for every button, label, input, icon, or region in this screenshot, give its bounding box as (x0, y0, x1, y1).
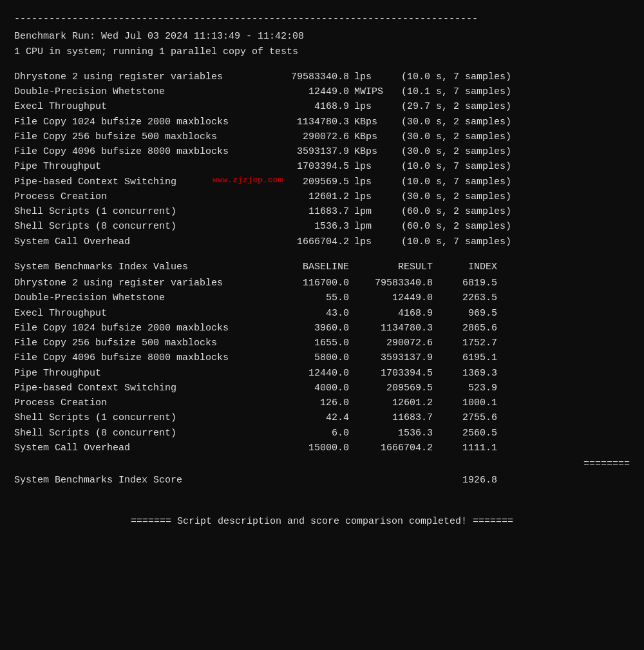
raw-bench-samples: (10.1 s, 7 samples) (401, 84, 511, 99)
equals-divider-row: ======== (14, 457, 630, 472)
index-benchmark-row: System Call Overhead15000.01666704.21111… (14, 441, 630, 455)
index-bench-index: 1000.1 (433, 396, 497, 410)
raw-bench-samples: (10.0 s, 7 samples) (401, 159, 511, 174)
raw-bench-samples: (30.0 s, 2 samples) (401, 144, 511, 159)
index-benchmark-row: File Copy 256 bufsize 500 maxblocks1655.… (14, 336, 630, 350)
raw-bench-label: Shell Scripts (8 concurrent) (14, 219, 272, 234)
index-bench-index: 969.5 (433, 306, 497, 321)
index-section: System Benchmarks Index Values BASELINE … (14, 260, 630, 472)
raw-bench-samples: (60.0 s, 2 samples) (401, 204, 511, 219)
index-benchmark-row: Dhrystone 2 using register variables1167… (14, 276, 630, 291)
raw-bench-unit: lpm (354, 204, 396, 219)
raw-bench-samples: (10.0 s, 7 samples) (401, 70, 511, 84)
index-benchmark-row: File Copy 4096 bufsize 8000 maxblocks580… (14, 350, 630, 365)
index-bench-label: Execl Throughput (14, 306, 272, 321)
index-benchmark-row: Shell Scripts (8 concurrent)6.01536.3256… (14, 426, 630, 441)
index-benchmark-row: Process Creation126.012601.21000.1 (14, 396, 630, 410)
index-benchmark-row: Pipe Throughput12440.01703394.51369.3 (14, 366, 630, 381)
index-bench-result: 209569.5 (349, 381, 433, 396)
index-bench-result: 1703394.5 (349, 366, 433, 381)
index-benchmark-row: Pipe-based Context Switching4000.0209569… (14, 381, 630, 396)
raw-bench-value: 1703394.5 (272, 159, 349, 174)
index-bench-index: 1752.7 (433, 336, 497, 350)
index-bench-label: File Copy 4096 bufsize 8000 maxblocks (14, 350, 272, 365)
index-bench-result: 12601.2 (349, 396, 433, 410)
raw-bench-unit: KBps (354, 115, 396, 129)
raw-benchmark-row: Double-Precision Whetstone12449.0MWIPS(1… (14, 84, 630, 99)
raw-bench-unit: lps (354, 189, 396, 204)
raw-bench-samples: (10.0 s, 7 samples) (401, 175, 511, 189)
raw-bench-value: 290072.6 (272, 129, 349, 144)
raw-benchmark-row: File Copy 256 bufsize 500 maxblocks29007… (14, 129, 630, 144)
index-bench-result: 1666704.2 (349, 441, 433, 455)
raw-bench-unit: lps (354, 175, 396, 189)
raw-bench-label: Double-Precision Whetstone (14, 84, 272, 99)
raw-bench-samples: (10.0 s, 7 samples) (401, 234, 511, 249)
index-bench-label: Pipe Throughput (14, 366, 272, 381)
raw-bench-label: Shell Scripts (1 concurrent) (14, 204, 272, 219)
index-bench-baseline: 116700.0 (272, 276, 349, 291)
raw-bench-unit: lps (354, 159, 396, 174)
index-bench-baseline: 3960.0 (272, 321, 349, 336)
index-bench-baseline: 12440.0 (272, 366, 349, 381)
raw-bench-samples: (29.7 s, 2 samples) (401, 99, 511, 114)
equals-divider: ======== (583, 459, 630, 470)
index-header-label: System Benchmarks Index Values (14, 260, 272, 274)
raw-bench-samples: (30.0 s, 2 samples) (401, 189, 511, 204)
index-bench-index: 6819.5 (433, 276, 497, 291)
index-bench-result: 12449.0 (349, 291, 433, 305)
raw-benchmark-row: Shell Scripts (8 concurrent)1536.3lpm(60… (14, 219, 630, 234)
index-bench-baseline: 6.0 (272, 426, 349, 441)
index-bench-result: 79583340.8 (349, 276, 433, 291)
index-bench-result: 1134780.3 (349, 321, 433, 336)
raw-bench-label: File Copy 4096 bufsize 8000 maxblocks (14, 144, 272, 159)
cpu-line: 1 CPU in system; running 1 parallel copy… (14, 44, 630, 59)
index-bench-baseline: 5800.0 (272, 350, 349, 365)
raw-bench-unit: lps (354, 234, 396, 249)
raw-bench-value: 1134780.3 (272, 115, 349, 129)
raw-benchmark-row: File Copy 1024 bufsize 2000 maxblocks113… (14, 115, 630, 129)
raw-bench-value: 4168.9 (272, 99, 349, 114)
raw-benchmarks-section: Dhrystone 2 using register variables7958… (14, 70, 630, 249)
raw-bench-label: Pipe-based Context Switching (14, 175, 272, 189)
raw-benchmark-row: Process Creation12601.2lps(30.0 s, 2 sam… (14, 189, 630, 204)
index-bench-index: 1111.1 (433, 441, 497, 455)
raw-bench-unit: KBps (354, 129, 396, 144)
score-value: 1926.8 (272, 473, 497, 488)
index-bench-baseline: 42.4 (272, 410, 349, 425)
raw-bench-label: File Copy 256 bufsize 500 maxblocks (14, 129, 272, 144)
raw-bench-label: Dhrystone 2 using register variables (14, 70, 272, 84)
index-header-index: INDEX (433, 260, 497, 274)
run-line: Benchmark Run: Wed Jul 03 2024 11:13:49 … (14, 29, 630, 44)
index-bench-baseline: 1655.0 (272, 336, 349, 350)
raw-bench-value: 11683.7 (272, 204, 349, 219)
score-label: System Benchmarks Index Score (14, 473, 272, 488)
index-bench-result: 4168.9 (349, 306, 433, 321)
index-benchmark-row: Execl Throughput43.04168.9969.5 (14, 306, 630, 321)
index-bench-baseline: 55.0 (272, 291, 349, 305)
index-bench-baseline: 4000.0 (272, 381, 349, 396)
raw-bench-unit: MWIPS (354, 84, 396, 99)
index-bench-index: 1369.3 (433, 366, 497, 381)
index-bench-label: Dhrystone 2 using register variables (14, 276, 272, 291)
raw-bench-unit: KBps (354, 144, 396, 159)
raw-bench-label: Process Creation (14, 189, 272, 204)
index-header-result: RESULT (349, 260, 433, 274)
index-benchmarks-section: Dhrystone 2 using register variables1167… (14, 276, 630, 455)
index-bench-label: Shell Scripts (8 concurrent) (14, 426, 272, 441)
index-bench-baseline: 43.0 (272, 306, 349, 321)
raw-bench-value: 1666704.2 (272, 234, 349, 249)
index-bench-baseline: 126.0 (272, 396, 349, 410)
raw-bench-value: 12601.2 (272, 189, 349, 204)
raw-benchmark-row: Pipe-based Context Switching209569.5lps(… (14, 175, 630, 189)
raw-bench-unit: lps (354, 70, 396, 84)
index-bench-label: Shell Scripts (1 concurrent) (14, 410, 272, 425)
raw-bench-label: Pipe Throughput (14, 159, 272, 174)
raw-bench-unit: lpm (354, 219, 396, 234)
raw-bench-value: 12449.0 (272, 84, 349, 99)
footer-line: ======= Script description and score com… (14, 514, 630, 529)
raw-benchmark-row: Pipe Throughput1703394.5lps(10.0 s, 7 sa… (14, 159, 630, 174)
index-benchmark-row: File Copy 1024 bufsize 2000 maxblocks396… (14, 321, 630, 336)
raw-bench-value: 1536.3 (272, 219, 349, 234)
raw-bench-label: Execl Throughput (14, 99, 272, 114)
